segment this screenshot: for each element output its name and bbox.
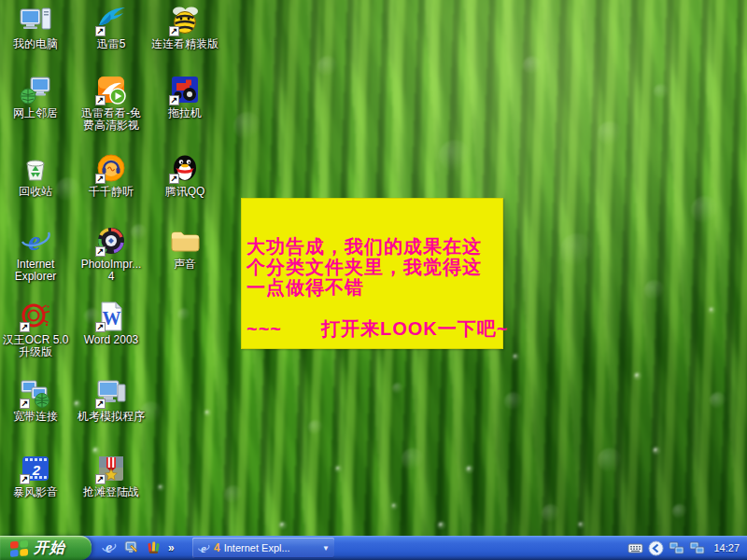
- desktop-icon-label: 暴风影音: [0, 486, 78, 498]
- shortcut-arrow-icon: ↗: [95, 474, 106, 484]
- quick-launch: e »: [101, 539, 175, 555]
- window-group-dropdown-icon: ▼: [322, 544, 330, 553]
- desktop-icon-beach-assault[interactable]: ↗抢滩登陆战: [69, 453, 153, 498]
- shortcut-arrow-icon: ↗: [20, 474, 30, 484]
- start-button[interactable]: 开始: [0, 536, 92, 560]
- desktop-icon-tractor-game[interactable]: ↗拖拉机: [143, 74, 227, 119]
- internet-explorer-icon: e: [20, 225, 51, 257]
- shortcut-arrow-icon: ↗: [20, 399, 30, 409]
- shortcut-arrow-icon: ↗: [169, 174, 179, 184]
- note-line: ~~~ 打开来LOOK一下吧~: [247, 318, 499, 339]
- beach-assault-icon: ↗: [95, 453, 127, 484]
- desktop-icon-label: InternetExplorer: [0, 259, 78, 283]
- windows-flag-icon: [9, 539, 29, 557]
- lianliankan-icon: ↗: [169, 5, 201, 36]
- my-computer-icon: [20, 5, 51, 36]
- internet-explorer-icon: e: [197, 541, 210, 554]
- recycle-bin-icon: [20, 152, 51, 184]
- desktop-icon-label: 连连看精装版: [143, 38, 227, 50]
- desktop-icon-label: 我的电脑: [0, 38, 78, 50]
- note-line: 一点做得不错: [247, 277, 499, 298]
- note-line: [247, 298, 499, 318]
- network-connection-icon[interactable]: [669, 540, 684, 556]
- desktop-icon-label: 拖拉机: [143, 107, 227, 119]
- desktop-icon-broadband[interactable]: ↗宽带连接: [0, 377, 78, 423]
- shortcut-arrow-icon: ↗: [169, 26, 179, 36]
- network-connection-icon[interactable]: [689, 540, 705, 556]
- desktop-icon-ttplayer[interactable]: ↗千千静听: [69, 152, 153, 198]
- show-desktop-icon[interactable]: [123, 539, 139, 555]
- desktop-icon-storm-player[interactable]: 2↗暴风影音: [0, 453, 78, 498]
- desktop-icon-label: 抢滩登陆战: [69, 486, 153, 498]
- window-button-title: Internet Expl...: [224, 542, 290, 553]
- desktop-icon-lianliankan[interactable]: ↗连连看精装版: [143, 5, 227, 50]
- desktop-icon-label: 宽带连接: [0, 411, 78, 423]
- desktop-icon-recycle-bin[interactable]: 回收站: [0, 152, 78, 198]
- taskbar: 开始 e »: [0, 536, 747, 560]
- desktop-icon-photoimpression[interactable]: ↗PhotoImpr...4: [69, 225, 153, 283]
- desktop-icon-label: 迅雷5: [69, 38, 153, 50]
- photoimpression-icon: ↗: [95, 225, 127, 257]
- hanwang-ocr-icon: ↗: [20, 301, 51, 332]
- desktop-icon-my-computer[interactable]: 我的电脑: [0, 5, 78, 50]
- exam-simulator-icon: ↗: [95, 377, 127, 409]
- word-2003-icon: W↗: [95, 301, 127, 332]
- note-line: 个分类文件夹里，我觉得这: [247, 257, 499, 277]
- desktop-icon-label: 声音: [143, 259, 227, 271]
- note-line: 大功告成，我们的成果在这: [247, 236, 499, 257]
- internet-explorer-quicklaunch-icon[interactable]: e: [101, 539, 117, 555]
- desktop-icon-xunlei-kankan[interactable]: ↗迅雷看看-免费高清影视: [69, 74, 153, 132]
- shortcut-arrow-icon: ↗: [95, 399, 106, 409]
- desktop: 我的电脑↗迅雷5↗连连看精装版网上邻居↗迅雷看看-免费高清影视↗拖拉机回收站↗千…: [0, 0, 747, 560]
- network-places-icon: [20, 74, 51, 105]
- shortcut-arrow-icon: ↗: [95, 246, 106, 257]
- system-tray: 14:27: [622, 536, 747, 560]
- desktop-icon-hanwang-ocr[interactable]: ↗汉王OCR 5.0升级版: [0, 301, 78, 358]
- desktop-icon-internet-explorer[interactable]: eInternetExplorer: [0, 225, 78, 283]
- svg-text:e: e: [28, 225, 40, 256]
- svg-text:e: e: [106, 539, 112, 555]
- taskbar-window-button-internet-explorer[interactable]: e 4 Internet Expl... ▼: [192, 538, 334, 558]
- desktop-icon-network-places[interactable]: 网上邻居: [0, 74, 78, 119]
- sound-folder-icon: [169, 225, 201, 257]
- svg-text:2: 2: [32, 462, 41, 478]
- desktop-icon-label: 汉王OCR 5.0升级版: [0, 334, 78, 358]
- desktop-icon-label: 回收站: [0, 186, 78, 198]
- shortcut-arrow-icon: ↗: [95, 174, 106, 184]
- desktop-icon-label: 机考模拟程序: [69, 411, 153, 423]
- shortcut-arrow-icon: ↗: [169, 95, 179, 105]
- shortcut-arrow-icon: ↗: [95, 26, 106, 36]
- desktop-icon-thunder-5[interactable]: ↗迅雷5: [69, 5, 153, 50]
- desktop-icon-label: PhotoImpr...4: [69, 259, 153, 283]
- desktop-icon-word-2003[interactable]: W↗Word 2003: [69, 301, 153, 346]
- tencent-qq-icon: ↗: [169, 152, 201, 184]
- hide-tray-icons-chevron[interactable]: [648, 540, 664, 556]
- shortcut-arrow-icon: ↗: [95, 95, 106, 105]
- ttplayer-icon: ↗: [95, 152, 127, 184]
- start-button-label: 开始: [34, 539, 65, 558]
- thunder-5-icon: ↗: [95, 5, 127, 36]
- desktop-icon-label: 腾讯QQ: [143, 186, 227, 198]
- broadband-icon: ↗: [20, 377, 51, 409]
- storm-player-icon: 2↗: [20, 453, 51, 484]
- desktop-icon-tencent-qq[interactable]: ↗腾讯QQ: [143, 152, 227, 198]
- shortcut-arrow-icon: ↗: [20, 322, 30, 332]
- media-player-icon[interactable]: [146, 539, 162, 555]
- xunlei-kankan-icon: ↗: [95, 74, 127, 105]
- desktop-icon-label: 网上邻居: [0, 107, 78, 119]
- desktop-icon-label: 迅雷看看-免费高清影视: [69, 107, 153, 132]
- shortcut-arrow-icon: ↗: [95, 322, 106, 332]
- desktop-icon-sound-folder[interactable]: 声音: [143, 225, 227, 271]
- input-method-keyboard-icon[interactable]: [627, 540, 643, 556]
- sticky-note[interactable]: 大功告成，我们的成果在这个分类文件夹里，我觉得这一点做得不错~~~ 打开来LOO…: [241, 198, 503, 349]
- taskbar-clock[interactable]: 14:27: [713, 542, 740, 553]
- desktop-icon-exam-simulator[interactable]: ↗机考模拟程序: [69, 377, 153, 423]
- svg-text:e: e: [201, 541, 206, 554]
- window-group-count: 4: [214, 541, 220, 554]
- tractor-game-icon: ↗: [169, 74, 201, 105]
- desktop-icon-label: 千千静听: [69, 186, 153, 198]
- desktop-icon-label: Word 2003: [69, 334, 153, 346]
- quick-launch-overflow-chevron[interactable]: »: [168, 541, 175, 554]
